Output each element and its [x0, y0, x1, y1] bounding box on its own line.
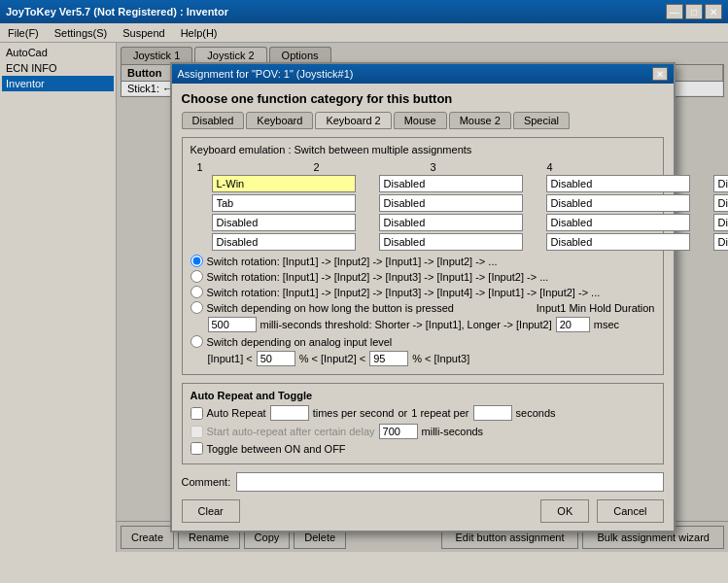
cancel-button[interactable]: Cancel — [597, 499, 663, 523]
auto-repeat-title: Auto Repeat and Toggle — [191, 390, 655, 401]
assign-4-2[interactable] — [379, 233, 523, 251]
seconds-label: seconds — [516, 407, 556, 419]
assign-2-2[interactable] — [379, 194, 523, 212]
title-controls: — □ ✕ — [666, 4, 722, 19]
radio-4[interactable] — [191, 301, 203, 314]
auto-repeat-checkbox[interactable] — [191, 407, 203, 420]
hold-threshold-input[interactable] — [208, 317, 257, 332]
assignment-grid-header: 1 2 3 4 — [191, 159, 655, 173]
menu-file[interactable]: File(F) — [4, 26, 43, 40]
menu-help[interactable]: Help(H) — [177, 26, 222, 40]
assign-1-2[interactable] — [379, 175, 523, 192]
assign-row-1 — [191, 175, 655, 192]
analog-row: [Input1] < % < [Input2] < % < [Input3] — [208, 351, 655, 366]
col-num-2: 2 — [307, 159, 327, 173]
delay-label: Start auto-repeat after certain delay — [207, 426, 375, 437]
sidebar-item-autocad[interactable]: AutoCad — [2, 45, 114, 60]
menu-bar: File(F) Settings(S) Suspend Help(H) — [0, 23, 728, 43]
assign-3-4[interactable] — [713, 214, 729, 231]
cat-tab-special[interactable]: Special — [513, 112, 570, 129]
assign-row-4 — [191, 233, 655, 251]
times-label: times per second — [313, 407, 395, 419]
cat-tab-mouse2[interactable]: Mouse 2 — [449, 112, 511, 129]
assign-1-4[interactable] — [713, 175, 729, 192]
auto-repeat-section: Auto Repeat and Toggle Auto Repeat times… — [182, 383, 664, 464]
toggle-row: Toggle between ON and OFF — [191, 442, 655, 455]
radio-2[interactable] — [191, 270, 203, 283]
radio-label-3: Switch rotation: [Input1] -> [Input2] ->… — [207, 287, 601, 298]
content-area: Joystick 1 Joystick 2 Options Button Fun… — [117, 43, 728, 552]
auto-repeat-label: Auto Repeat — [207, 407, 266, 419]
comment-input[interactable] — [236, 472, 663, 492]
cat-tab-mouse[interactable]: Mouse — [394, 112, 447, 129]
radio-5[interactable] — [191, 335, 203, 348]
modal-close-button[interactable]: ✕ — [652, 67, 668, 81]
assign-row-2 — [191, 194, 655, 212]
section-label: Keyboard emulation : Switch between mult… — [191, 144, 655, 155]
sidebar-item-ecn[interactable]: ECN INFO — [2, 60, 114, 76]
assign-1-3[interactable] — [546, 175, 690, 192]
auto-repeat-row: Auto Repeat times per second or 1 repeat… — [191, 405, 655, 421]
maximize-button[interactable]: □ — [685, 4, 703, 19]
or-label: or — [398, 407, 407, 419]
col-num-4: 4 — [540, 159, 560, 173]
cat-tab-keyboard2[interactable]: Keyboard 2 — [315, 112, 391, 129]
minimize-button[interactable]: — — [666, 4, 683, 19]
assign-4-4[interactable] — [713, 233, 729, 251]
delay-ms-label: milli-seconds — [422, 426, 484, 437]
radio-row-2: Switch rotation: [Input1] -> [Input2] ->… — [191, 270, 655, 283]
radio-1[interactable] — [191, 255, 203, 267]
modal-overlay: Assignment for "POV: 1" (Joystick#1) ✕ C… — [117, 43, 728, 552]
clear-button[interactable]: Clear — [182, 499, 240, 523]
hold-msec-label: msec — [594, 319, 619, 330]
assign-row-3 — [191, 214, 655, 231]
close-button[interactable]: ✕ — [705, 4, 722, 19]
hold-threshold-label: milli-seconds threshold: Shorter -> [Inp… — [260, 319, 552, 330]
modal-heading: Choose one function category for this bu… — [182, 91, 664, 106]
comment-row: Comment: — [182, 472, 664, 492]
analog-pct2-input[interactable] — [369, 351, 408, 366]
auto-times-input[interactable] — [270, 405, 309, 421]
col-num-3: 3 — [424, 159, 443, 173]
assignment-modal: Assignment for "POV: 1" (Joystick#1) ✕ C… — [170, 62, 676, 532]
radio-label-5: Switch depending on analog input level — [207, 336, 393, 348]
analog-pct1-input[interactable] — [257, 351, 295, 366]
assign-2-1[interactable] — [212, 194, 356, 212]
analog-input1-label: [Input1] < — [208, 353, 253, 364]
main-layout: AutoCad ECN INFO Inventor Joystick 1 Joy… — [0, 43, 728, 552]
assign-3-2[interactable] — [379, 214, 523, 231]
ok-button[interactable]: OK — [540, 499, 589, 523]
sidebar: AutoCad ECN INFO Inventor — [0, 43, 117, 552]
assign-3-1[interactable] — [212, 214, 356, 231]
menu-settings[interactable]: Settings(S) — [51, 26, 111, 40]
assign-3-3[interactable] — [546, 214, 690, 231]
toggle-checkbox[interactable] — [191, 442, 203, 455]
hold-row: milli-seconds threshold: Shorter -> [Inp… — [208, 317, 655, 332]
modal-title-bar: Assignment for "POV: 1" (Joystick#1) ✕ — [172, 64, 674, 84]
repeat-label: 1 repeat per — [411, 407, 468, 419]
hold-msec-input[interactable] — [556, 317, 590, 332]
assign-4-3[interactable] — [546, 233, 690, 251]
cat-tab-disabled[interactable]: Disabled — [182, 112, 245, 129]
assign-2-4[interactable] — [713, 194, 729, 212]
menu-suspend[interactable]: Suspend — [119, 26, 168, 40]
assign-1-1[interactable] — [212, 175, 356, 192]
assign-4-1[interactable] — [212, 233, 356, 251]
hold-duration-label: Input1 Min Hold Duration — [537, 302, 655, 314]
cat-tab-keyboard[interactable]: Keyboard — [246, 112, 313, 129]
delay-checkbox[interactable] — [191, 426, 203, 438]
comment-label: Comment: — [182, 476, 231, 488]
analog-pct2-label: % < [Input3] — [412, 353, 469, 364]
radio-row-3: Switch rotation: [Input1] -> [Input2] ->… — [191, 286, 655, 298]
auto-seconds-input[interactable] — [473, 405, 512, 421]
sidebar-item-inventor[interactable]: Inventor — [2, 76, 114, 91]
category-tabs: Disabled Keyboard Keyboard 2 Mouse Mouse… — [182, 112, 664, 129]
delay-ms-input[interactable] — [379, 424, 418, 439]
radio-label-4: Switch depending on how long the button … — [207, 302, 454, 314]
modal-body: Choose one function category for this bu… — [172, 84, 674, 531]
assign-2-3[interactable] — [546, 194, 690, 212]
toggle-label: Toggle between ON and OFF — [207, 443, 346, 455]
modal-buttons: Clear OK Cancel — [182, 499, 664, 523]
radio-3[interactable] — [191, 286, 203, 298]
radio-label-2: Switch rotation: [Input1] -> [Input2] ->… — [207, 271, 549, 283]
